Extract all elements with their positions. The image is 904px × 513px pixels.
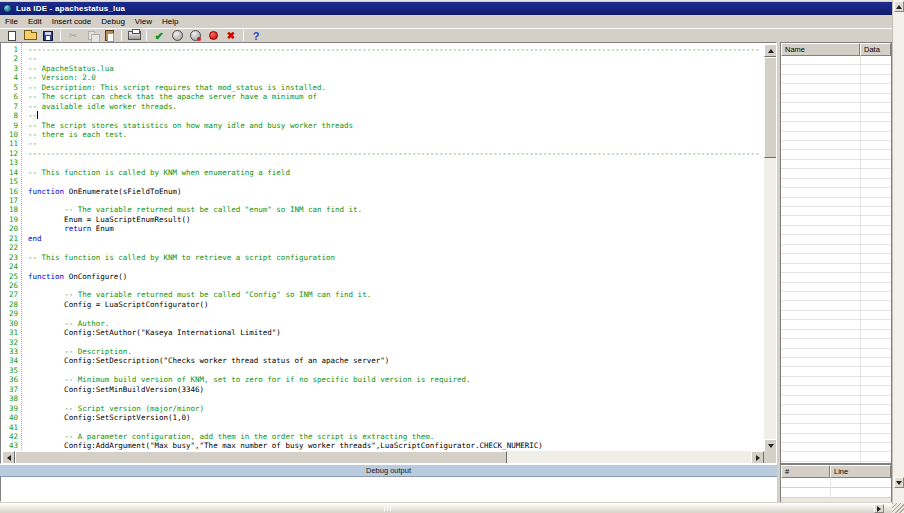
line-number: 21 (1, 234, 21, 243)
line-number: 25 (1, 272, 21, 281)
print-button[interactable] (125, 29, 143, 43)
line-number: 17 (1, 196, 21, 205)
watch-table-row (781, 113, 891, 122)
code-line: Config:SetAuthor("Kaseya International L… (28, 328, 763, 337)
copy-icon (88, 31, 95, 40)
paste-button[interactable] (100, 29, 118, 43)
line-number-gutter[interactable]: 1234567891011121314151617181920212223242… (1, 43, 22, 450)
menu-item-insert-code[interactable]: Insert code (47, 15, 97, 28)
syntax-check-button[interactable] (150, 29, 168, 43)
editor-vertical-scrollbar[interactable] (764, 44, 777, 452)
line-number: 35 (1, 366, 21, 375)
watch-column-name[interactable]: Name (781, 43, 860, 56)
save-button[interactable] (39, 29, 57, 43)
breakpoint-rows (781, 478, 891, 498)
line-number: 40 (1, 413, 21, 422)
line-number: 12 (1, 149, 21, 158)
arrow-right-icon (877, 506, 884, 512)
watch-panel: Name Data (780, 42, 892, 464)
code-line: Config:AddArgument("Max busy","The max n… (28, 441, 763, 450)
watch-table-row (781, 311, 891, 320)
editor-horizontal-scrollbar[interactable] (2, 451, 764, 464)
toggle-breakpoint-button[interactable] (204, 29, 222, 43)
outer-scroll-up-button[interactable] (894, 1, 904, 12)
debug-output-body (0, 477, 777, 502)
code-line (28, 366, 763, 375)
menu-item-help[interactable]: Help (157, 15, 183, 28)
code-editor[interactable]: 1234567891011121314151617181920212223242… (0, 42, 777, 464)
code-line: -- Description: This script requires tha… (28, 83, 763, 92)
watch-table-row (781, 150, 891, 159)
cut-button[interactable] (64, 29, 82, 43)
outer-horizontal-scrollbar[interactable] (0, 503, 892, 513)
watch-table-row (781, 415, 891, 424)
code-line: Config:SetDescription("Checks worker thr… (28, 356, 763, 365)
watch-table-row (781, 179, 891, 188)
copy-button[interactable] (82, 29, 100, 43)
code-line: Config:SetMinBuildVersion(3346) (28, 385, 763, 394)
line-number: 8 (1, 111, 21, 120)
code-line: -- Author. (28, 319, 763, 328)
line-number: 34 (1, 356, 21, 365)
watch-table-row (781, 273, 891, 282)
arrow-left-icon (4, 455, 11, 461)
code-area[interactable]: ----------------------------------------… (23, 43, 763, 450)
watch-table-row (781, 320, 891, 329)
line-number: 26 (1, 281, 21, 290)
code-line: -- Minimum build version of KNM, set to … (28, 375, 763, 384)
new-document-button[interactable] (3, 29, 21, 43)
line-number: 37 (1, 385, 21, 394)
breakpoint-column-number[interactable]: # (781, 465, 830, 478)
line-number: 6 (1, 92, 21, 101)
watch-table-row (781, 377, 891, 386)
code-line: -- available idle worker threads. (28, 102, 763, 111)
menu-item-debug[interactable]: Debug (96, 15, 130, 28)
menu-bar: FileEditInsert codeDebugViewHelp (0, 15, 892, 28)
menu-item-view[interactable]: View (130, 15, 157, 28)
arrow-right-icon (756, 455, 763, 461)
code-line: -- Version: 2.0 (28, 73, 763, 82)
remove-breakpoint-button[interactable] (222, 29, 240, 43)
line-number: 22 (1, 243, 21, 252)
watch-table-row (781, 254, 891, 263)
help-button[interactable] (247, 29, 265, 43)
toolbar-separator (121, 30, 122, 41)
debug-script-icon (190, 30, 201, 41)
line-number: 10 (1, 130, 21, 139)
run-script-button[interactable] (168, 29, 186, 43)
paste-icon (105, 30, 114, 41)
help-icon (253, 31, 260, 41)
editor-hscroll-thumb[interactable] (15, 451, 507, 464)
outer-scroll-down-button[interactable] (894, 477, 904, 488)
scroll-left-button[interactable] (2, 451, 15, 464)
line-number: 28 (1, 300, 21, 309)
code-line: -- The variable returned must be called … (28, 290, 763, 299)
new-document-icon (8, 31, 16, 41)
watch-column-data[interactable]: Data (860, 43, 891, 56)
watch-table-row (781, 264, 891, 273)
editor-vscroll-thumb[interactable] (764, 57, 777, 158)
line-number: 20 (1, 224, 21, 233)
watch-table-row (781, 301, 891, 310)
scroll-right-button[interactable] (751, 451, 764, 464)
open-file-button[interactable] (21, 29, 39, 43)
remove-breakpoint-icon (227, 31, 235, 41)
menu-item-edit[interactable]: Edit (23, 15, 47, 28)
outer-vertical-scrollbar[interactable] (892, 0, 904, 503)
watch-table-row (781, 65, 891, 74)
toolbar-separator (243, 30, 244, 41)
debug-script-button[interactable] (186, 29, 204, 43)
scroll-up-button[interactable] (764, 44, 777, 57)
breakpoint-table-row (781, 488, 891, 498)
resize-grip[interactable] (892, 503, 904, 513)
menu-item-file[interactable]: File (0, 15, 23, 28)
watch-table-row (781, 132, 891, 141)
scrollbar-grip[interactable] (384, 506, 391, 511)
breakpoint-panel: # Line (780, 464, 892, 502)
outer-scroll-right-button[interactable] (874, 504, 884, 513)
watch-table-row (781, 396, 891, 405)
code-line: -- A parameter configuration, add them i… (28, 432, 763, 441)
line-number: 1 (1, 45, 21, 54)
breakpoint-column-line[interactable]: Line (830, 465, 891, 478)
print-icon (128, 31, 141, 40)
